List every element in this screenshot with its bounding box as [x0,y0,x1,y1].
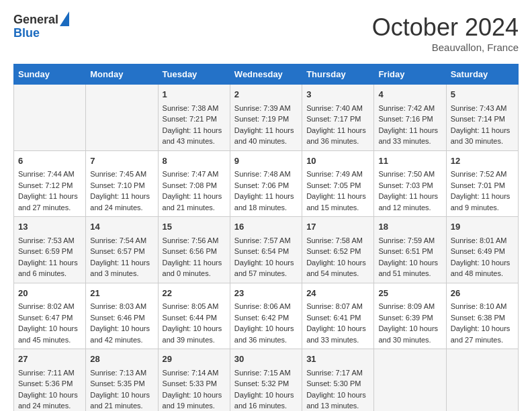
day-info: Sunset: 7:06 PM [234,180,298,191]
day-info: and 36 minutes. [234,334,298,346]
day-info: Sunrise: 7:54 AM [90,235,153,246]
calendar-cell: 18Sunrise: 7:59 AMSunset: 6:51 PMDayligh… [374,217,446,283]
calendar-cell: 21Sunrise: 8:03 AMSunset: 6:46 PMDayligh… [86,283,158,349]
day-info: and 24 minutes. [18,400,81,411]
day-info: Sunrise: 7:57 AM [234,235,298,246]
day-info: and 43 minutes. [163,136,226,147]
calendar-cell: 8Sunrise: 7:47 AMSunset: 7:08 PMDaylight… [158,150,230,217]
day-info: and 16 minutes. [234,400,298,411]
day-info: Daylight: 10 hours [306,390,369,401]
day-info: and 21 minutes. [163,202,226,214]
calendar-cell: 22Sunrise: 8:05 AMSunset: 6:44 PMDayligh… [158,283,230,349]
day-info: Sunrise: 8:07 AM [306,301,369,312]
day-info: and 30 minutes. [378,334,441,346]
day-info: and 19 minutes. [163,400,226,411]
day-info: Sunset: 6:46 PM [90,312,153,324]
day-info: Sunset: 7:19 PM [234,113,298,125]
location: Beauvallon, France [372,42,519,53]
day-info: Sunrise: 7:58 AM [306,235,369,246]
day-info: Sunrise: 7:13 AM [90,367,153,379]
calendar-cell: 29Sunrise: 7:14 AMSunset: 5:33 PMDayligh… [158,349,230,412]
day-info: Daylight: 11 hours [306,125,369,136]
logo: General Blue [13,13,69,40]
day-info: Sunset: 7:12 PM [18,180,81,191]
day-info: Sunset: 7:03 PM [378,180,441,191]
day-info: Sunrise: 8:09 AM [378,301,441,312]
day-info: Daylight: 10 hours [234,323,298,334]
day-number: 20 [18,287,81,300]
calendar-cell: 20Sunrise: 8:02 AMSunset: 6:47 PMDayligh… [14,283,86,349]
day-info: and 40 minutes. [234,136,298,147]
day-info: Sunset: 6:47 PM [18,312,81,324]
day-info: Sunset: 6:51 PM [378,246,441,257]
day-info: Daylight: 10 hours [163,390,226,401]
day-info: Sunrise: 8:01 AM [451,235,514,246]
calendar-header: SundayMondayTuesdayWednesdayThursdayFrid… [14,64,519,85]
day-number: 27 [18,353,81,366]
day-info: and 27 minutes. [18,202,81,214]
day-info: Sunset: 6:42 PM [234,312,298,324]
day-number: 1 [163,88,226,101]
day-info: Sunset: 6:52 PM [306,246,369,257]
day-info: Daylight: 11 hours [378,191,441,202]
day-info: Daylight: 10 hours [306,257,369,269]
day-info: and 48 minutes. [451,268,514,279]
day-info: and 12 minutes. [378,202,441,214]
day-info: Sunset: 7:10 PM [90,180,153,191]
day-number: 11 [378,154,441,168]
day-number: 4 [378,88,441,101]
day-info: and 45 minutes. [18,334,81,346]
day-number: 16 [234,220,298,234]
day-info: and 18 minutes. [234,202,298,214]
calendar-cell: 17Sunrise: 7:58 AMSunset: 6:52 PMDayligh… [302,217,374,283]
day-info: Daylight: 10 hours [378,257,441,269]
day-info: Daylight: 11 hours [163,257,226,269]
day-info: Sunrise: 7:11 AM [18,367,81,379]
weekday-header: Wednesday [230,64,302,85]
day-info: Daylight: 11 hours [18,191,81,202]
day-info: Sunset: 7:17 PM [306,113,369,125]
day-info: Sunset: 5:36 PM [18,378,81,390]
day-info: and 0 minutes. [163,268,226,279]
day-info: Sunrise: 7:52 AM [451,169,514,180]
weekday-header: Tuesday [158,64,230,85]
day-info: Sunset: 6:54 PM [234,246,298,257]
day-info: Sunrise: 7:43 AM [451,103,514,114]
day-info: Daylight: 11 hours [234,125,298,136]
day-info: Sunset: 7:14 PM [451,113,514,125]
day-info: and 30 minutes. [451,136,514,147]
day-number: 24 [306,287,369,300]
calendar-cell [86,85,158,151]
day-number: 19 [451,220,514,234]
day-number: 2 [234,88,298,101]
calendar-cell: 16Sunrise: 7:57 AMSunset: 6:54 PMDayligh… [230,217,302,283]
day-number: 21 [90,287,153,300]
day-info: Sunset: 6:49 PM [451,246,514,257]
logo-blue: Blue [13,27,40,40]
day-info: Daylight: 11 hours [306,191,369,202]
day-number: 14 [90,220,153,234]
day-info: Daylight: 11 hours [451,191,514,202]
calendar-cell: 1Sunrise: 7:38 AMSunset: 7:21 PMDaylight… [158,85,230,151]
day-info: and 36 minutes. [306,136,369,147]
day-info: Sunrise: 8:02 AM [18,301,81,312]
day-info: Daylight: 11 hours [378,125,441,136]
day-info: and 57 minutes. [234,268,298,279]
day-info: Sunrise: 7:40 AM [306,103,369,114]
day-info: Daylight: 10 hours [451,257,514,269]
day-info: and 15 minutes. [306,202,369,214]
day-info: Daylight: 10 hours [234,257,298,269]
calendar-cell [14,85,86,151]
day-info: Daylight: 11 hours [90,257,153,269]
calendar-cell: 25Sunrise: 8:09 AMSunset: 6:39 PMDayligh… [374,283,446,349]
calendar-cell: 14Sunrise: 7:54 AMSunset: 6:57 PMDayligh… [86,217,158,283]
day-info: and 39 minutes. [163,334,226,346]
day-info: Sunrise: 8:05 AM [163,301,226,312]
day-info: and 13 minutes. [306,400,369,411]
day-info: Sunrise: 7:42 AM [378,103,441,114]
calendar-cell: 31Sunrise: 7:17 AMSunset: 5:30 PMDayligh… [302,349,374,412]
calendar-cell: 6Sunrise: 7:44 AMSunset: 7:12 PMDaylight… [14,150,86,217]
day-info: Daylight: 10 hours [378,323,441,334]
day-number: 5 [451,88,514,101]
day-info: and 54 minutes. [306,268,369,279]
